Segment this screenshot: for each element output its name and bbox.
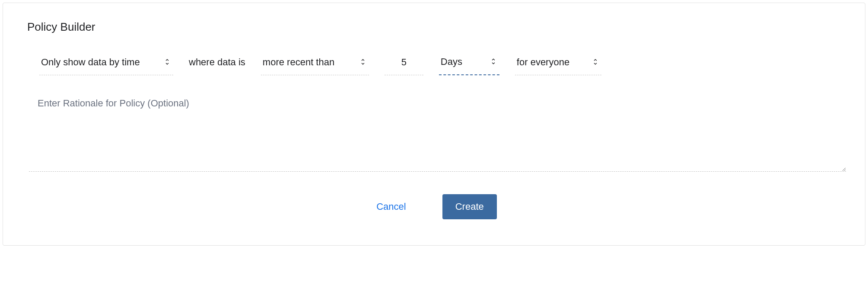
unfold-more-icon [489,56,498,67]
action-row: Cancel Create [27,194,841,219]
filter-type-value: Only show data by time [41,57,140,67]
where-label: where data is [189,57,245,73]
policy-builder-card: Policy Builder Only show data by time wh… [3,3,865,246]
unit-value: Days [441,56,462,67]
cancel-button[interactable]: Cancel [371,197,411,217]
unfold-more-icon [591,57,600,67]
comparator-value: more recent than [263,57,334,67]
unit-select[interactable]: Days [439,54,499,75]
scope-value: for everyone [517,57,569,67]
policy-builder-row: Only show data by time where data is mor… [27,54,841,75]
unfold-more-icon [359,57,367,67]
comparator-select[interactable]: more recent than [261,55,369,75]
filter-type-select[interactable]: Only show data by time [39,55,173,75]
rationale-textarea[interactable] [29,98,846,172]
value-input[interactable] [385,55,423,75]
card-title: Policy Builder [27,20,841,34]
scope-select[interactable]: for everyone [515,55,601,75]
create-button[interactable]: Create [442,194,497,219]
unfold-more-icon [163,57,172,67]
rationale-field-wrap [29,98,846,173]
